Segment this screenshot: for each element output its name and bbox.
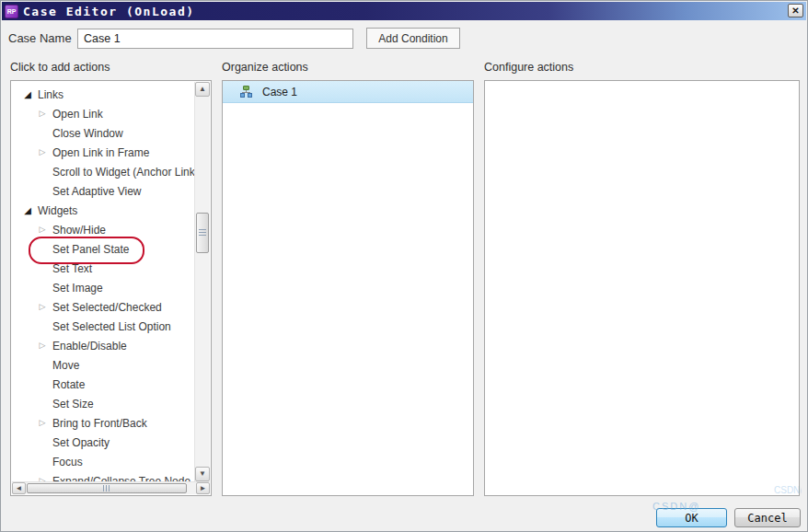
expand-triangle-icon[interactable]: ▷ — [36, 104, 49, 123]
scroll-left-button[interactable]: ◄ — [12, 482, 26, 494]
tree-item-label: Open Link — [52, 108, 103, 121]
collapse-triangle-icon[interactable]: ◢ — [21, 201, 34, 220]
tree-item-label: Widgets — [38, 204, 77, 217]
tree-item-label: Set Selected/Checked — [52, 301, 162, 314]
vertical-scrollbar-thumb[interactable] — [196, 213, 209, 253]
tree-item-set-opacity[interactable]: Set Opacity — [12, 433, 194, 452]
tree-item-label: Focus — [52, 456, 83, 468]
tree-item-links[interactable]: ◢Links — [12, 85, 194, 104]
rp-app-icon: RP — [5, 5, 18, 18]
tree-item-label: Show/Hide — [52, 224, 106, 237]
case-name-input[interactable] — [77, 29, 353, 49]
organize-item-label: Case 1 — [262, 86, 297, 98]
tree-item-label: Close Window — [52, 127, 123, 140]
tree-item-enable-disable[interactable]: ▷Enable/Disable — [12, 336, 194, 355]
tree-item-label: Move — [52, 359, 79, 372]
ok-button[interactable]: OK — [656, 508, 727, 527]
tree-item-label: Set Panel State — [52, 243, 129, 256]
left-column-header: Click to add actions — [10, 61, 110, 74]
title-bar: RP Case Editor (OnLoad) ✕ — [2, 2, 806, 20]
scroll-left-icon: ◄ — [16, 485, 23, 492]
close-icon: ✕ — [791, 6, 799, 16]
scroll-down-button[interactable]: ▼ — [195, 467, 210, 481]
organize-actions-list: Case 1 — [223, 81, 473, 103]
add-condition-button[interactable]: Add Condition — [366, 28, 460, 49]
middle-column-header: Organize actions — [222, 61, 308, 74]
collapse-triangle-icon[interactable]: ◢ — [21, 85, 34, 104]
horizontal-scrollbar[interactable]: ◄ ► — [12, 481, 210, 494]
tree-item-set-selected-checked[interactable]: ▷Set Selected/Checked — [12, 297, 194, 317]
scroll-right-icon: ► — [200, 485, 207, 492]
tree-item-label: Bring to Front/Back — [52, 417, 147, 430]
vertical-scrollbar[interactable]: ▲ ▼ — [194, 82, 210, 481]
tree-item-rotate[interactable]: Rotate — [12, 375, 194, 394]
organize-actions-panel: Case 1 — [222, 80, 474, 496]
expand-triangle-icon[interactable]: ▷ — [36, 220, 49, 239]
tree-item-set-text[interactable]: Set Text — [12, 259, 194, 278]
expand-triangle-icon[interactable]: ▷ — [36, 413, 49, 433]
tree-item-set-panel-state[interactable]: Set Panel State — [12, 239, 194, 259]
case-flow-icon — [239, 86, 253, 98]
tree-item-label: Expand/Collapse Tree Node — [52, 475, 190, 482]
close-button[interactable]: ✕ — [788, 4, 803, 17]
tree-item-show-hide[interactable]: ▷Show/Hide — [12, 220, 194, 239]
expand-triangle-icon[interactable]: ▷ — [36, 471, 49, 481]
tree-item-set-image[interactable]: Set Image — [12, 278, 194, 297]
window-title: Case Editor (OnLoad) — [23, 5, 195, 18]
tree-item-label: Enable/Disable — [52, 340, 127, 353]
expand-triangle-icon[interactable]: ▷ — [36, 143, 49, 162]
case-name-label: Case Name — [8, 31, 72, 45]
scrollbar-grip-icon — [103, 485, 111, 492]
tree-item-label: Set Text — [52, 262, 92, 275]
cancel-button[interactable]: Cancel — [734, 508, 801, 527]
tree-item-label: Scroll to Widget (Anchor Link — [52, 166, 194, 179]
tree-item-label: Set Opacity — [52, 436, 110, 449]
tree-item-bring-to-front-back[interactable]: ▷Bring to Front/Back — [12, 413, 194, 433]
tree-item-widgets[interactable]: ◢Widgets — [12, 201, 194, 220]
scroll-down-icon: ▼ — [199, 470, 206, 478]
right-column-header: Configure actions — [484, 61, 573, 74]
tree-item-label: Rotate — [52, 378, 85, 391]
tree-item-set-adaptive-view[interactable]: Set Adaptive View — [12, 181, 194, 201]
scroll-right-button[interactable]: ► — [196, 482, 210, 494]
scroll-up-icon: ▲ — [199, 86, 206, 93]
rp-app-icon-text: RP — [7, 8, 17, 15]
tree-item-open-link-in-frame[interactable]: ▷Open Link in Frame — [12, 143, 194, 162]
tree-item-label: Set Image — [52, 282, 103, 295]
scrollbar-grip-icon — [199, 229, 206, 237]
configure-actions-panel — [484, 80, 800, 496]
tree-item-move[interactable]: Move — [12, 355, 194, 375]
expand-triangle-icon[interactable]: ▷ — [36, 336, 49, 355]
tree-item-label: Links — [38, 88, 63, 101]
tree-item-open-link[interactable]: ▷Open Link — [12, 104, 194, 123]
organize-item[interactable]: Case 1 — [223, 81, 473, 103]
scroll-up-button[interactable]: ▲ — [195, 82, 210, 97]
tree-item-label: Set Selected List Option — [52, 320, 171, 333]
actions-tree-panel: ◢Links▷Open LinkClose Window▷Open Link i… — [10, 80, 212, 496]
tree-item-expand-collapse-tree-node[interactable]: ▷Expand/Collapse Tree Node — [12, 471, 194, 481]
actions-tree-list: ◢Links▷Open LinkClose Window▷Open Link i… — [12, 82, 194, 481]
expand-triangle-icon[interactable]: ▷ — [36, 297, 49, 317]
tree-item-focus[interactable]: Focus — [12, 452, 194, 471]
tree-item-set-size[interactable]: Set Size — [12, 394, 194, 413]
tree-item-close-window[interactable]: Close Window — [12, 123, 194, 143]
tree-item-label: Open Link in Frame — [52, 146, 149, 159]
tree-item-set-selected-list-option[interactable]: Set Selected List Option — [12, 317, 194, 336]
case-editor-dialog: RP Case Editor (OnLoad) ✕ Case Name Add … — [0, 0, 808, 532]
horizontal-scrollbar-thumb[interactable] — [27, 483, 187, 493]
tree-item-label: Set Adaptive View — [52, 185, 142, 198]
tree-item-scroll-to-widget-anchor-link[interactable]: Scroll to Widget (Anchor Link — [12, 162, 194, 181]
tree-item-label: Set Size — [52, 398, 94, 411]
